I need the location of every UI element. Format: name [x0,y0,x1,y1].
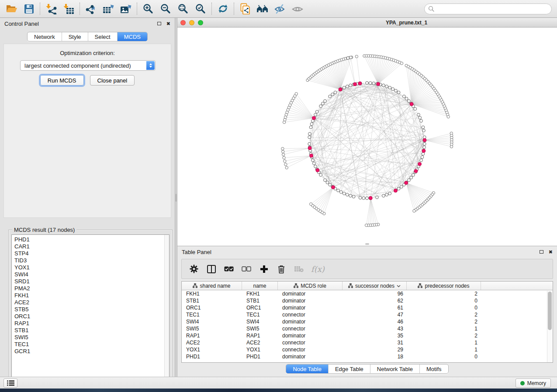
tab-motifs[interactable]: Motifs [419,364,448,373]
delete-row-icon[interactable] [276,264,287,274]
import-table-button[interactable] [60,2,77,16]
cell[interactable]: 31 [343,340,407,346]
cell[interactable]: connector [278,347,343,353]
mcds-list-scrollbar[interactable] [164,235,169,389]
mcds-result-item[interactable]: FKH1 [14,292,169,299]
mcds-result-item[interactable]: STB5 [14,306,169,313]
mcds-result-item[interactable]: TID3 [14,257,169,264]
zoom-selected-button[interactable] [192,2,209,16]
cell[interactable]: dominator [278,354,343,360]
mcds-result-item[interactable]: TEC1 [14,341,169,348]
cell[interactable]: ORC1 [182,305,242,311]
import-network-button[interactable] [42,2,60,16]
export-image-button[interactable] [117,2,135,16]
cell[interactable]: RAP1 [182,333,242,339]
add-row-icon[interactable] [259,264,269,274]
table-row-TEC1[interactable]: TEC1TEC1connector472 [182,311,553,318]
table-row-PHD1[interactable]: PHD1PHD1dominator180 [182,353,553,360]
column-header-predecessor-nodes[interactable]: predecessor nodes [407,282,481,290]
duplicate-network-button[interactable] [236,2,254,16]
column-manager-icon[interactable] [206,264,217,274]
zoom-in-button[interactable] [139,2,157,16]
table-row-SWI4[interactable]: SWI4SWI4dominator462 [182,318,553,325]
first-neighbors-button[interactable] [254,2,271,16]
memory-button[interactable]: Memory [515,378,551,388]
cell[interactable]: dominator [278,333,343,339]
mcds-result-item[interactable]: ORC1 [14,313,169,320]
float-table-panel-icon[interactable] [540,250,543,254]
cell[interactable]: dominator [278,291,343,297]
refresh-view-button[interactable] [214,2,232,16]
tab-node-table[interactable]: Node Table [286,364,328,373]
table-row-ACE2[interactable]: ACE2ACE2connector311 [182,339,553,346]
table-row-STB1[interactable]: STB1STB1dominator620 [182,297,553,304]
show-all-button[interactable] [289,2,306,16]
mcds-result-item[interactable]: SWI4 [14,271,169,278]
zoom-out-button[interactable] [157,2,174,16]
run-mcds-button[interactable]: Run MCDS [40,75,84,86]
cell[interactable]: 18 [343,354,407,360]
cell[interactable]: RAP1 [242,333,278,339]
cell[interactable]: connector [278,312,343,318]
mcds-result-item[interactable]: STB1 [14,327,169,334]
table-scrollbar[interactable] [547,291,553,362]
hide-selected-button[interactable] [271,2,289,16]
save-session-button[interactable] [20,2,38,16]
cell[interactable]: SWI4 [242,319,278,325]
column-header-successor-nodes[interactable]: successor nodes [343,282,407,290]
cell[interactable]: connector [278,326,343,332]
cell[interactable]: 96 [343,291,407,297]
cell[interactable]: connector [278,340,343,346]
cell[interactable]: STB1 [242,298,278,304]
cell[interactable]: 2 [407,291,481,297]
cell[interactable]: 61 [343,305,407,311]
network-canvas[interactable] [177,28,557,246]
cell[interactable]: SWI5 [182,326,242,332]
cell[interactable]: YOX1 [242,347,278,353]
mcds-result-item[interactable]: SWI5 [14,334,169,341]
network-splitter-grip[interactable] [365,243,369,245]
close-panel-button[interactable]: Close panel [90,75,135,86]
cell[interactable]: TEC1 [182,312,242,318]
tab-network-table[interactable]: Network Table [370,364,419,373]
cell[interactable]: FKH1 [182,291,242,297]
table-row-FKH1[interactable]: FKH1FKH1dominator962 [182,290,553,297]
mcds-result-item[interactable]: GCR1 [14,348,169,355]
export-table-button[interactable] [100,2,117,16]
close-panel-icon[interactable]: ✖ [166,21,170,26]
criterion-select[interactable]: largest connected component (undirected) [20,60,156,71]
tab-style[interactable]: Style [62,32,88,41]
cell[interactable]: 29 [343,347,407,353]
deselect-all-icon[interactable] [241,264,252,274]
cell[interactable]: ACE2 [182,340,242,346]
cell[interactable]: dominator [278,305,343,311]
cell[interactable]: SWI5 [242,326,278,332]
mcds-result-item[interactable]: PHD1 [14,236,169,243]
cell[interactable]: dominator [278,298,343,304]
network-titlebar[interactable]: YPA_prune.txt_1 [177,18,557,28]
mcds-result-item[interactable]: CAR1 [14,243,169,250]
column-header-shared-name[interactable]: shared name [182,282,242,290]
cell[interactable]: 1 [407,326,481,332]
table-row-ORC1[interactable]: ORC1ORC1dominator610 [182,304,553,311]
settings-gear-icon[interactable] [189,264,199,274]
cell[interactable]: 0 [407,354,481,360]
cell[interactable]: FKH1 [242,291,278,297]
cell[interactable]: ACE2 [242,340,278,346]
search-input[interactable] [424,3,552,14]
float-panel-icon[interactable] [157,22,161,25]
open-file-button[interactable] [3,2,20,16]
task-history-button[interactable] [3,378,17,388]
zoom-fit-button[interactable] [174,2,192,16]
cell[interactable]: dominator [278,319,343,325]
export-network-button[interactable] [82,2,100,16]
close-table-panel-icon[interactable]: ✖ [549,250,553,254]
tab-mcds[interactable]: MCDS [117,32,147,41]
table-row-YOX1[interactable]: YOX1YOX1connector291 [182,346,553,353]
table-scrollbar-thumb[interactable] [548,292,552,330]
table-row-RAP1[interactable]: RAP1RAP1dominator352 [182,332,553,339]
cell[interactable]: TEC1 [242,312,278,318]
tab-select[interactable]: Select [88,32,117,41]
mcds-result-list[interactable]: PHD1CAR1STP4TID3YOX1SWI4SRD1PMA2FKH1ACE2… [11,234,170,389]
cell[interactable]: STB1 [182,298,242,304]
